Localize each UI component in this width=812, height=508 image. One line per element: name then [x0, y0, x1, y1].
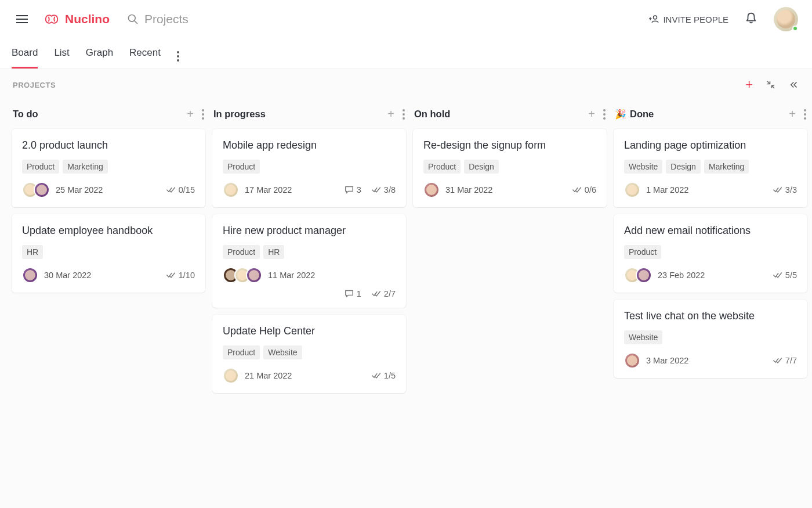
assignee-avatars [22, 267, 38, 283]
card-tags: Product [223, 160, 396, 174]
invite-people-button[interactable]: INVITE PEOPLE [649, 14, 728, 24]
card-footer: 21 Mar 20221/5 [223, 368, 396, 384]
card[interactable]: 2.0 product launchProductMarketing25 Mar… [12, 129, 205, 207]
search-bar[interactable]: Projects [127, 12, 649, 26]
card-date: 11 Mar 2022 [268, 271, 315, 280]
card-footer: 25 Mar 20220/15 [22, 182, 195, 198]
card-footer-meta: 12/7 [223, 289, 396, 298]
column-title-text: To do [13, 109, 38, 120]
column-to-do: To do+2.0 product launchProductMarketing… [12, 103, 205, 504]
tag: Website [624, 330, 662, 344]
add-card-button[interactable]: + [588, 107, 595, 121]
notifications-button[interactable] [745, 12, 757, 27]
checklist-icon [166, 186, 176, 194]
column-title-text: Done [630, 109, 654, 120]
comments-count: 3 [345, 185, 361, 194]
add-card-button[interactable]: + [187, 107, 194, 121]
collapse-button[interactable] [766, 80, 776, 90]
tag: HR [22, 245, 43, 259]
card[interactable]: Mobile app redesignProduct17 Mar 202233/… [212, 129, 406, 207]
card[interactable]: Landing page optimizationWebsiteDesignMa… [614, 129, 807, 207]
brain-icon [42, 12, 61, 26]
card[interactable]: Update employee handbookHR30 Mar 20221/1… [12, 214, 205, 293]
logo-text: Nuclino [65, 12, 110, 26]
card-tags: ProductWebsite [223, 345, 396, 359]
card-footer: 1 Mar 20223/3 [624, 182, 797, 198]
tab-more-button[interactable] [177, 45, 179, 62]
card-footer: 17 Mar 202233/8 [223, 182, 396, 198]
column-title: On hold [414, 109, 450, 120]
card-footer-left: 17 Mar 2022 [223, 182, 292, 198]
user-avatar[interactable] [774, 7, 798, 31]
card[interactable]: Hire new product managerProductHR11 Mar … [212, 214, 406, 308]
column-title: In progress [213, 109, 266, 120]
chevrons-right-icon [789, 80, 799, 90]
comment-icon [345, 186, 354, 194]
checklist-icon [773, 186, 782, 194]
svg-line-1 [135, 21, 137, 24]
checklist-icon [372, 186, 381, 194]
card-title: Add new email notifications [624, 225, 797, 237]
assignee-avatars [223, 368, 239, 384]
card-footer-left: 11 Mar 2022 [223, 267, 315, 283]
collapse-icon [766, 80, 776, 90]
card-date: 17 Mar 2022 [245, 185, 292, 194]
tab-list[interactable]: List [54, 38, 69, 69]
tag: Marketing [63, 160, 107, 174]
comments-count: 1 [345, 289, 361, 298]
column-menu-button[interactable] [603, 109, 606, 120]
card-footer-left: 3 Mar 2022 [624, 352, 688, 369]
avatar [423, 182, 440, 198]
assignee-avatars [423, 182, 440, 198]
tag: Product [223, 160, 260, 174]
card-date: 25 Mar 2022 [56, 185, 103, 194]
hide-sidebar-button[interactable] [789, 80, 799, 90]
board-toolbar: PROJECTS + [0, 69, 812, 98]
column-title-text: In progress [213, 109, 266, 120]
tag: Product [223, 345, 260, 359]
search-icon [127, 13, 139, 25]
card[interactable]: Re-design the signup formProductDesign31… [413, 129, 607, 207]
tab-graph[interactable]: Graph [86, 38, 113, 69]
column-menu-button[interactable] [403, 109, 405, 120]
kanban-board: To do+2.0 product launchProductMarketing… [0, 98, 812, 508]
avatar [223, 368, 239, 384]
card[interactable]: Test live chat on the websiteWebsite3 Ma… [614, 300, 807, 378]
card-tags: ProductDesign [423, 160, 596, 174]
card-date: 21 Mar 2022 [245, 371, 292, 380]
tab-board[interactable]: Board [12, 38, 38, 69]
card-footer: 30 Mar 20221/10 [22, 267, 195, 283]
column-menu-button[interactable] [202, 109, 204, 120]
tag: Design [464, 160, 499, 174]
assignee-avatars [223, 267, 262, 283]
tab-recent[interactable]: Recent [129, 38, 161, 69]
card[interactable]: Add new email notificationsProduct23 Feb… [614, 214, 807, 293]
checklist-icon [166, 271, 176, 279]
card-date: 23 Feb 2022 [658, 271, 705, 280]
add-card-button[interactable]: + [387, 107, 394, 121]
tag: Design [666, 160, 701, 174]
avatar [34, 182, 50, 198]
add-column-button[interactable]: + [745, 77, 753, 92]
assignee-avatars [624, 267, 652, 283]
card-tags: ProductMarketing [22, 160, 195, 174]
card-footer-left: 30 Mar 2022 [22, 267, 91, 283]
column-on-hold: On hold+Re-design the signup formProduct… [413, 103, 607, 504]
card-date: 30 Mar 2022 [44, 271, 91, 280]
checklist-icon [572, 186, 582, 194]
card-tags: WebsiteDesignMarketing [624, 160, 797, 174]
checklist-icon [773, 271, 782, 279]
column-header: 🎉Done+ [614, 103, 807, 129]
card-footer-right: 0/15 [166, 185, 195, 194]
column-menu-button[interactable] [804, 109, 806, 120]
avatar [223, 182, 239, 198]
menu-button[interactable] [14, 11, 30, 27]
card[interactable]: Update Help CenterProductWebsite21 Mar 2… [212, 315, 406, 393]
column-in-progress: In progress+Mobile app redesignProduct17… [212, 103, 406, 504]
app-logo[interactable]: Nuclino [42, 12, 110, 26]
add-card-button[interactable]: + [789, 107, 796, 121]
card-footer-left: 21 Mar 2022 [223, 368, 292, 384]
checklist-progress: 3/8 [372, 185, 396, 194]
card-tags: ProductHR [223, 245, 396, 259]
card-footer: 31 Mar 20220/6 [423, 182, 596, 198]
